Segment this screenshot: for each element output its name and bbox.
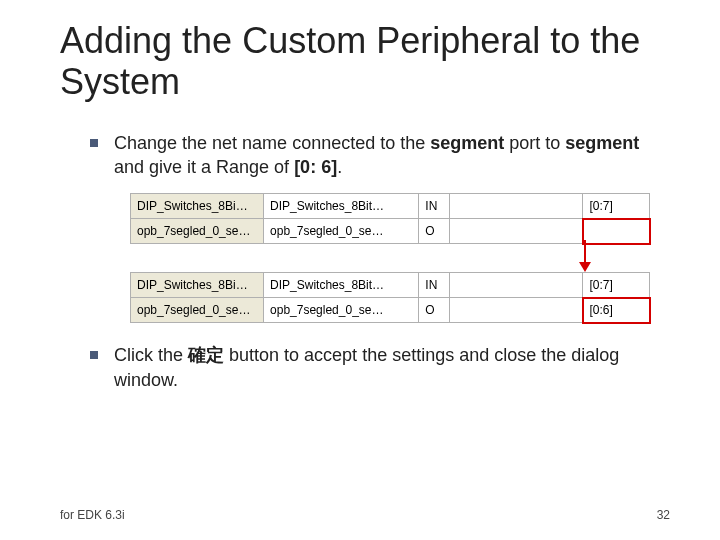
footer-left: for EDK 6.3i: [60, 508, 125, 522]
cell-name: DIP_Switches_8Bi…: [131, 194, 264, 219]
cell-dir: IN: [419, 194, 450, 219]
bullet-2-text: Click the 確定 button to accept the settin…: [114, 343, 670, 392]
page-number: 32: [657, 508, 670, 522]
cell-range: [0:7]: [583, 273, 650, 298]
cell-net: opb_7segled_0_se…: [264, 219, 419, 244]
keyword-range: [0: 6]: [294, 157, 337, 177]
cell-class: [450, 194, 583, 219]
ports-table-before: DIP_Switches_8Bi… DIP_Switches_8Bit… IN …: [130, 193, 650, 244]
text: .: [337, 157, 342, 177]
tables-area: DIP_Switches_8Bi… DIP_Switches_8Bit… IN …: [130, 193, 670, 323]
table-row: opb_7segled_0_se… opb_7segled_0_se… O [0…: [131, 298, 650, 323]
bullet-1: Change the net name connected to the seg…: [90, 131, 670, 180]
table-row: DIP_Switches_8Bi… DIP_Switches_8Bit… IN …: [131, 273, 650, 298]
slide-footer: for EDK 6.3i 32: [60, 508, 670, 522]
cell-class: [450, 219, 583, 244]
text: and give it a Range of: [114, 157, 294, 177]
keyword-ok-button: 確定: [188, 345, 224, 365]
keyword-segment: segment: [430, 133, 504, 153]
text: port to: [504, 133, 565, 153]
text: Change the net name connected to the: [114, 133, 430, 153]
bullet-1-text: Change the net name connected to the seg…: [114, 131, 670, 180]
cell-dir: O: [419, 298, 450, 323]
arrow-down-icon: [575, 240, 595, 274]
cell-net: DIP_Switches_8Bit…: [264, 273, 419, 298]
table-row: DIP_Switches_8Bi… DIP_Switches_8Bit… IN …: [131, 194, 650, 219]
svg-marker-1: [579, 262, 591, 272]
table-row: opb_7segled_0_se… opb_7segled_0_se… O: [131, 219, 650, 244]
cell-name: DIP_Switches_8Bi…: [131, 273, 264, 298]
cell-net: opb_7segled_0_se…: [264, 298, 419, 323]
arrow-between-tables: [130, 244, 670, 272]
cell-range: [0:7]: [583, 194, 650, 219]
cell-net: DIP_Switches_8Bit…: [264, 194, 419, 219]
cell-name: opb_7segled_0_se…: [131, 298, 264, 323]
slide: Adding the Custom Peripheral to the Syst…: [0, 0, 720, 540]
cell-name: opb_7segled_0_se…: [131, 219, 264, 244]
bullet-2: Click the 確定 button to accept the settin…: [90, 343, 670, 392]
square-bullet-icon: [90, 351, 98, 359]
cell-class: [450, 298, 583, 323]
ports-table-after: DIP_Switches_8Bi… DIP_Switches_8Bit… IN …: [130, 272, 650, 323]
text: Click the: [114, 345, 188, 365]
square-bullet-icon: [90, 139, 98, 147]
cell-range-highlighted: [0:6]: [583, 298, 650, 323]
cell-class: [450, 273, 583, 298]
cell-dir: IN: [419, 273, 450, 298]
keyword-segment-2: segment: [565, 133, 639, 153]
slide-title: Adding the Custom Peripheral to the Syst…: [60, 20, 670, 103]
cell-dir: O: [419, 219, 450, 244]
